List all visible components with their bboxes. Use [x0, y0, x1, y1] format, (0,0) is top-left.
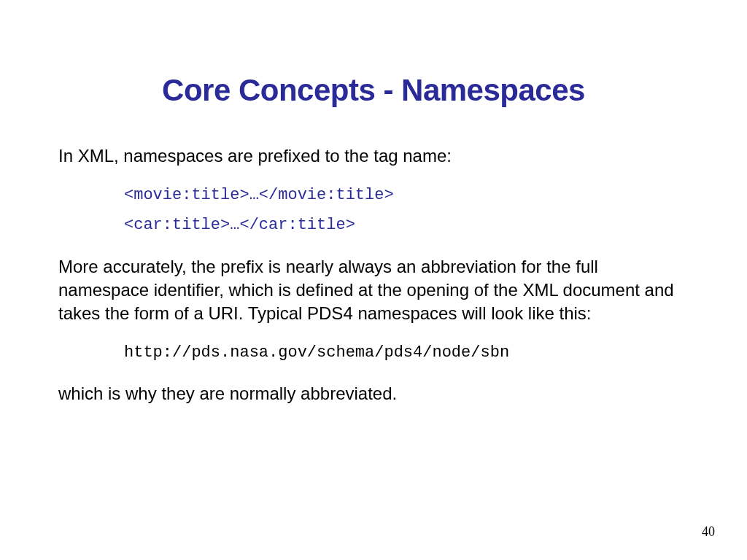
intro-text: In XML, namespaces are prefixed to the t… — [58, 144, 689, 168]
uri-example: http://pds.nasa.gov/schema/pds4/node/sbn — [124, 343, 689, 362]
code-example-2: <car:title>…</car:title> — [124, 215, 689, 236]
slide-title: Core Concepts - Namespaces — [58, 73, 689, 108]
explanation-text: More accurately, the prefix is nearly al… — [58, 255, 689, 326]
slide-container: Core Concepts - Namespaces In XML, names… — [0, 0, 747, 560]
code-example-1: <movie:title>…</movie:title> — [124, 185, 689, 206]
page-number: 40 — [702, 524, 715, 540]
closing-text: which is why they are normally abbreviat… — [58, 382, 689, 405]
